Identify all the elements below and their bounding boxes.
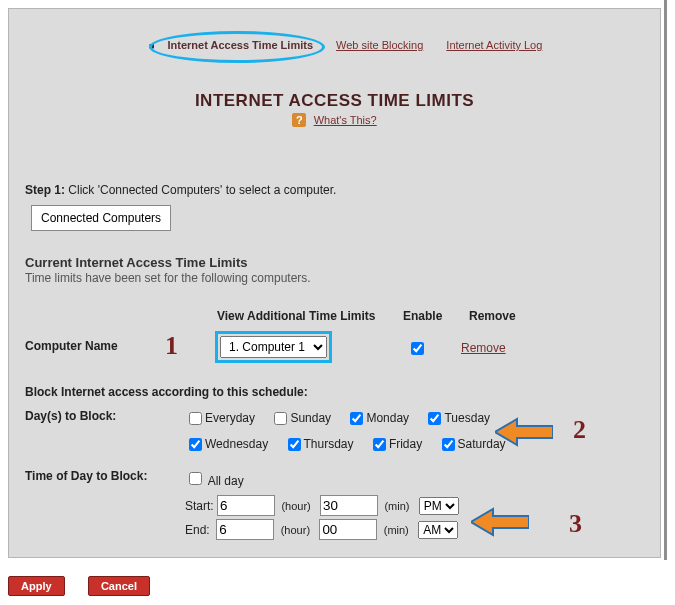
remove-link[interactable]: Remove xyxy=(461,341,506,355)
connected-computers-button[interactable]: Connected Computers xyxy=(31,205,171,231)
hour-unit: (hour) xyxy=(281,500,310,512)
all-day-checkbox[interactable] xyxy=(189,472,202,485)
day-thursday[interactable] xyxy=(288,438,301,451)
day-tuesday[interactable] xyxy=(428,412,441,425)
annotation-2: 2 xyxy=(573,415,586,445)
svg-marker-1 xyxy=(471,509,529,535)
start-min-input[interactable] xyxy=(320,495,378,516)
day-monday[interactable] xyxy=(350,412,363,425)
all-day-label: All day xyxy=(208,474,244,488)
current-limits-heading: Current Internet Access Time Limits xyxy=(25,255,248,270)
day-wednesday[interactable] xyxy=(189,438,202,451)
annotation-3: 3 xyxy=(569,509,582,539)
help-icon: ? xyxy=(292,113,306,127)
hour-unit-2: (hour) xyxy=(281,524,310,536)
annotation-1: 1 xyxy=(165,331,178,361)
whats-this-link[interactable]: What's This? xyxy=(314,114,377,126)
computer-select-highlight: 1. Computer 1 xyxy=(215,331,332,363)
min-unit: (min) xyxy=(384,500,409,512)
days-label: Day(s) to Block: xyxy=(25,409,116,423)
current-limits-subtext: Time limits have been set for the follow… xyxy=(25,271,311,285)
col-remove: Remove xyxy=(469,309,516,323)
cancel-button[interactable]: Cancel xyxy=(88,576,150,596)
day-everyday[interactable] xyxy=(189,412,202,425)
computer-select[interactable]: 1. Computer 1 xyxy=(220,336,327,358)
start-ampm-select[interactable]: PM xyxy=(419,497,459,515)
start-label: Start: xyxy=(185,499,214,513)
page-title: INTERNET ACCESS TIME LIMITS xyxy=(9,91,660,111)
time-label: Time of Day to Block: xyxy=(25,469,147,483)
apply-button[interactable]: Apply xyxy=(8,576,65,596)
col-view: View Additional Time Limits xyxy=(217,309,375,323)
end-min-input[interactable] xyxy=(319,519,377,540)
start-hour-input[interactable] xyxy=(217,495,275,516)
end-ampm-select[interactable]: AM xyxy=(418,521,458,539)
day-sunday[interactable] xyxy=(274,412,287,425)
end-label: End: xyxy=(185,523,210,537)
days-row-1: Everyday Sunday Monday Tuesday xyxy=(185,409,502,428)
tab-time-limits[interactable]: Internet Access Time Limits xyxy=(168,39,314,51)
step1-text: Step 1: Click 'Connected Computers' to s… xyxy=(25,183,336,197)
days-row-2: Wednesday Thursday Friday Saturday xyxy=(185,435,518,454)
computer-name-label: Computer Name xyxy=(25,339,118,353)
tab-website-blocking[interactable]: Web site Blocking xyxy=(336,39,423,51)
schedule-heading: Block Internet access according to this … xyxy=(25,385,308,399)
end-hour-input[interactable] xyxy=(216,519,274,540)
col-enable: Enable xyxy=(403,309,442,323)
day-friday[interactable] xyxy=(373,438,386,451)
day-saturday[interactable] xyxy=(442,438,455,451)
tab-activity-log[interactable]: Internet Activity Log xyxy=(446,39,542,51)
arrow-3-icon xyxy=(471,507,529,537)
enable-checkbox[interactable] xyxy=(411,342,424,355)
min-unit-2: (min) xyxy=(384,524,409,536)
bullet-icon: ■ xyxy=(149,41,154,51)
